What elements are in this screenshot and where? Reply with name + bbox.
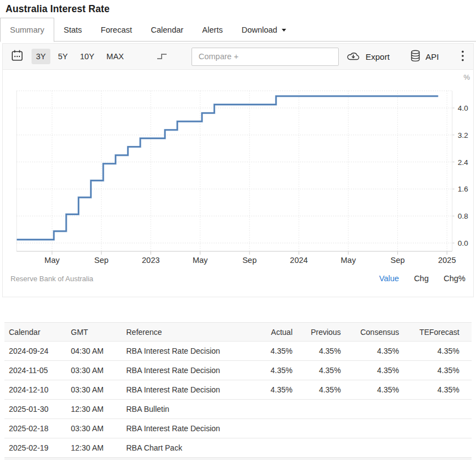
cell-previous: 4.35% [301,342,349,361]
table-row[interactable]: 2025-02-1803:30 AMRBA Interest Rate Deci… [4,419,472,438]
tab-download[interactable]: Download [232,18,296,42]
x-axis-label: May [193,256,208,265]
x-axis-label: Sep [242,256,257,265]
x-axis-label: 2024 [290,256,308,265]
x-axis-label: 2025 [438,256,456,265]
range-button-3y[interactable]: 3Y [32,49,50,64]
table-row[interactable]: 2025-02-1912:30 AMRBA Chart Pack [4,438,472,458]
cell-date: 2025-01-30 [4,400,66,419]
cell-date: 2025-02-18 [4,419,66,438]
cell-date: 2025-02-19 [4,438,66,458]
y-axis-unit-label: % [463,73,470,81]
x-axis-label: May [44,256,60,265]
tab-stats[interactable]: Stats [54,18,91,42]
cell-date: 2024-09-24 [4,342,66,361]
calendar-icon [11,49,24,64]
tab-label: Stats [64,25,82,34]
tab-forecast[interactable]: Forecast [91,18,141,42]
series-mode-chgpct[interactable]: Chg% [444,274,466,283]
column-header-teforecast: TEForecast [407,323,472,342]
cell-date: 2024-11-05 [4,361,66,380]
column-header-consensus: Consensus [349,323,407,342]
calendar-table-section: CalendarGMTReferenceActualPreviousConsen… [4,322,472,460]
cell-consensus [349,419,407,438]
cell-actual [261,400,301,419]
table-row[interactable]: 2025-01-3012:30 AMRBA Bulletin [4,400,472,419]
chart-source: Reserve Bank of Australia [11,275,94,283]
cell-consensus: 4.35% [349,361,407,380]
range-button-max[interactable]: MAX [102,49,128,64]
column-header-calendar: Calendar [4,323,66,342]
calendar-table-header-row: CalendarGMTReferenceActualPreviousConsen… [4,323,472,342]
chevron-down-icon [282,29,286,32]
y-axis-label: 2.4 [458,158,468,167]
chart-type-button[interactable] [155,50,169,63]
compare-input[interactable] [192,48,339,66]
calendar-range-button[interactable] [9,48,25,65]
tab-label: Alerts [202,25,223,34]
tab-summary[interactable]: Summary [0,18,54,42]
column-header-previous: Previous [301,323,349,342]
cell-reference: RBA Chart Pack [122,438,261,458]
table-row[interactable]: 2024-11-0503:30 AMRBA Interest Rate Deci… [4,361,472,380]
tab-calendar[interactable]: Calendar [142,18,193,42]
cell-teforecast: 4.35% [407,361,472,380]
cell-teforecast [407,400,472,419]
x-axis-label: Sep [390,256,405,265]
series-mode-links: ValueChgChg% [379,274,465,283]
cell-actual [261,419,301,438]
kebab-menu-icon [461,50,464,64]
calendar-table: CalendarGMTReferenceActualPreviousConsen… [4,322,472,460]
range-button-10y[interactable]: 10Y [76,49,99,64]
tab-alerts[interactable]: Alerts [193,18,232,42]
cell-reference: RBA Interest Rate Decision [122,380,261,400]
page-header: Australia Interest Rate [0,0,476,16]
series-line [17,96,438,240]
y-axis-label: 1.6 [458,185,468,193]
cell-previous [301,400,349,419]
cell-consensus: 4.35% [349,380,407,400]
cell-previous [301,419,349,438]
series-mode-value[interactable]: Value [379,274,399,283]
cell-gmt: 04:30 AM [66,342,122,361]
export-label: Export [365,52,389,61]
cell-consensus: 4.35% [349,342,407,361]
range-selector: 3Y5Y10YMAX [32,49,132,64]
tab-label: Forecast [101,25,132,34]
cell-reference: RBA Interest Rate Decision [122,342,261,361]
rate-step-chart[interactable]: 0.00.81.62.43.24.0MaySep2023MaySep2024Ma… [3,70,473,265]
cell-consensus [349,438,407,458]
cell-actual: 4.35% [261,380,301,400]
cell-teforecast: 4.35% [407,380,472,400]
cell-actual [261,438,301,458]
range-button-5y[interactable]: 5Y [54,49,73,64]
chart-menu-button[interactable] [460,49,465,65]
table-row-partial [4,458,472,460]
cell-gmt: 12:30 AM [66,400,122,419]
tab-label: Summary [10,25,44,34]
table-row[interactable]: 2024-12-1003:30 AMRBA Interest Rate Deci… [4,380,472,400]
page-title: Australia Interest Rate [6,3,470,15]
export-button[interactable]: Export [346,50,389,63]
cell-gmt: 12:30 AM [66,438,122,458]
cell-teforecast [407,419,472,438]
cell-consensus [349,400,407,419]
cell-reference: RBA Interest Rate Decision [122,361,261,380]
table-row[interactable]: 2024-09-2404:30 AMRBA Interest Rate Deci… [4,342,472,361]
chart-card: 3Y5Y10YMAX Export [2,43,474,297]
column-header-gmt: GMT [66,323,122,342]
cell-gmt: 03:30 AM [66,361,122,380]
series-line-halo [17,96,438,240]
chart-footer: Reserve Bank of Australia ValueChgChg% [3,265,473,297]
series-mode-chg[interactable]: Chg [414,274,429,283]
tabbar: SummaryStatsForecastCalendarAlertsDownlo… [0,18,476,42]
cell-actual: 4.35% [261,361,301,380]
y-axis-label: 0.8 [458,212,468,220]
tab-label: Download [241,25,277,34]
api-label: API [426,52,439,61]
cell-reference: RBA Interest Rate Decision [122,419,261,438]
cell-actual: 4.35% [261,342,301,361]
x-axis-label: Sep [94,256,108,265]
database-icon [410,49,421,64]
api-button[interactable]: API [410,49,439,64]
